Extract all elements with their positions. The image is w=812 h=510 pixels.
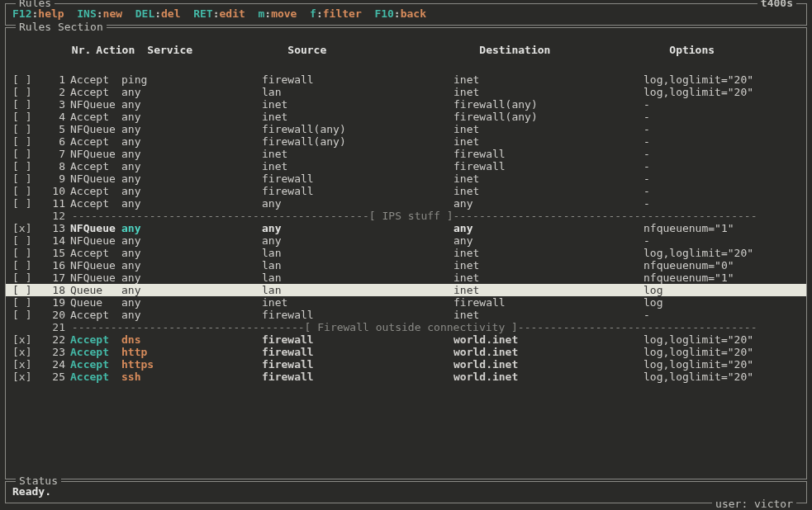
menu-key-move[interactable]: m <box>258 7 264 20</box>
row-destination: inet <box>453 247 643 259</box>
row-number: 11 <box>40 197 65 210</box>
menu-box-label: Rules <box>16 0 55 9</box>
row-checkbox[interactable]: [ ] <box>12 123 40 135</box>
row-service: any <box>121 247 262 259</box>
menu-action-move[interactable]: move <box>271 7 297 20</box>
row-checkbox[interactable]: [x] <box>12 371 40 383</box>
row-checkbox[interactable]: [ ] <box>12 172 40 185</box>
row-options: log,loglimit="20" <box>643 358 753 371</box>
menu-action-back[interactable]: back <box>401 7 426 20</box>
row-options: log,loglimit="20" <box>643 333 753 346</box>
row-checkbox[interactable]: [x] <box>12 358 40 371</box>
table-row[interactable]: [ ]20Acceptanyfirewallinet- <box>12 309 800 321</box>
row-action: Accept <box>65 247 121 259</box>
row-service: any <box>121 259 262 272</box>
row-options: nfqueuenum="1" <box>643 222 734 234</box>
row-checkbox[interactable]: [ ] <box>12 98 40 111</box>
menu-key-del[interactable]: DEL <box>135 7 154 20</box>
row-checkbox[interactable]: [ ] <box>12 259 40 272</box>
row-options: nfqueuenum="1" <box>643 272 734 284</box>
row-source: any <box>262 222 453 234</box>
table-row[interactable]: [x]13NFQueueanyanyanynfqueuenum="1" <box>12 222 800 234</box>
row-checkbox[interactable]: [ ] <box>12 197 40 210</box>
row-destination: inet <box>453 272 643 284</box>
row-checkbox[interactable]: [x] <box>12 333 40 346</box>
table-row[interactable]: [ ]2Acceptanylaninetlog,loglimit="20" <box>12 86 800 98</box>
table-row[interactable]: [ ]3NFQueueanyinetfirewall(any)- <box>12 98 800 111</box>
table-row[interactable]: [ ]4Acceptanyinetfirewall(any)- <box>12 111 800 123</box>
table-row[interactable]: [ ]5NFQueueanyfirewall(any)inet- <box>12 123 800 135</box>
table-row[interactable]: [x]23Accepthttpfirewallworld.inetlog,log… <box>12 346 800 358</box>
row-destination: world.inet <box>453 371 643 383</box>
row-options: - <box>643 160 650 172</box>
row-checkbox[interactable]: [ ] <box>12 272 40 284</box>
table-row[interactable]: [ ]17NFQueueanylaninetnfqueuenum="1" <box>12 272 800 284</box>
menu-key-filter[interactable]: f <box>310 7 316 20</box>
user-label: user: victor <box>712 498 796 510</box>
row-action: Accept <box>65 160 121 172</box>
rules-list[interactable]: [ ]1Acceptpingfirewallinetlog,loglimit="… <box>12 73 800 383</box>
row-number: 13 <box>40 222 65 234</box>
row-checkbox[interactable]: [ ] <box>12 185 40 197</box>
menu-action-edit[interactable]: edit <box>220 7 245 20</box>
row-options: - <box>643 172 650 185</box>
row-action: NFQueue <box>65 148 121 160</box>
row-checkbox[interactable]: [ ] <box>12 160 40 172</box>
row-checkbox[interactable]: [ ] <box>12 247 40 259</box>
row-checkbox[interactable]: [ ] <box>12 296 40 309</box>
menu-action-del[interactable]: del <box>161 7 180 20</box>
table-row[interactable]: [x]22Acceptdnsfirewallworld.inetlog,logl… <box>12 333 800 346</box>
row-number: 15 <box>40 247 65 259</box>
row-checkbox[interactable]: [ ] <box>12 73 40 86</box>
row-destination: firewall(any) <box>453 98 643 111</box>
menu-action-filter[interactable]: filter <box>323 7 362 20</box>
row-service: ping <box>121 73 262 86</box>
row-checkbox[interactable]: [ ] <box>12 148 40 160</box>
row-checkbox[interactable]: [ ] <box>12 111 40 123</box>
row-checkbox[interactable]: [ ] <box>12 234 40 247</box>
row-checkbox[interactable]: [ ] <box>12 284 40 296</box>
row-checkbox[interactable]: [x] <box>12 222 40 234</box>
status-label: Status <box>16 475 61 487</box>
table-row[interactable]: [ ]9NFQueueanyfirewallinet- <box>12 172 800 185</box>
table-row[interactable]: [ ]16NFQueueanylaninetnfqueuenum="0" <box>12 259 800 272</box>
row-checkbox[interactable]: [ ] <box>12 86 40 98</box>
table-row[interactable]: [ ]6Acceptanyfirewall(any)inet- <box>12 135 800 148</box>
table-row[interactable]: [x]25Acceptsshfirewallworld.inetlog,logl… <box>12 371 800 383</box>
table-row[interactable]: [ ]1Acceptpingfirewallinetlog,loglimit="… <box>12 73 800 86</box>
row-source: firewall <box>262 358 453 371</box>
menu-key-edit[interactable]: RET <box>193 7 212 20</box>
table-row[interactable]: [ ]8Acceptanyinetfirewall- <box>12 160 800 172</box>
table-row[interactable]: [ ]11Acceptanyanyany- <box>12 197 800 210</box>
table-row[interactable]: [ ]10Acceptanyfirewallinet- <box>12 185 800 197</box>
menu-action-help[interactable]: help <box>38 7 64 20</box>
row-action: Accept <box>65 86 121 98</box>
table-row[interactable]: [ ]15Acceptanylaninetlog,loglimit="20" <box>12 247 800 259</box>
row-options: log,loglimit="20" <box>643 247 753 259</box>
separator-row: 12 -------------------------------------… <box>12 210 800 222</box>
row-source: firewall <box>262 172 453 185</box>
row-options: - <box>643 148 650 160</box>
table-row[interactable]: [ ]14NFQueueanyanyany- <box>12 234 800 247</box>
row-checkbox[interactable]: [x] <box>12 346 40 358</box>
menu-bar[interactable]: F12:help INS:new DEL:del RET:edit m:move… <box>12 7 800 20</box>
menu-key-back[interactable]: F10 <box>374 7 393 20</box>
row-number: 24 <box>40 358 65 371</box>
row-source: inet <box>262 98 453 111</box>
row-source: lan <box>262 86 453 98</box>
table-row[interactable]: [x]24Accepthttpsfirewallworld.inetlog,lo… <box>12 358 800 371</box>
menu-action-new[interactable]: new <box>103 7 122 20</box>
row-service: any <box>121 111 262 123</box>
table-row[interactable]: [ ]19Queueanyinetfirewalllog <box>12 296 800 309</box>
menu-key-help[interactable]: F12 <box>12 7 31 20</box>
row-checkbox[interactable]: [ ] <box>12 309 40 321</box>
table-row[interactable]: [ ]7NFQueueanyinetfirewall- <box>12 148 800 160</box>
row-checkbox[interactable]: [ ] <box>12 135 40 148</box>
row-destination: firewall <box>453 296 643 309</box>
row-source: inet <box>262 148 453 160</box>
row-destination: firewall(any) <box>453 111 643 123</box>
table-row[interactable]: [ ]18Queueanylaninetlog <box>6 284 806 296</box>
row-source: any <box>262 197 453 210</box>
menu-key-new[interactable]: INS <box>77 7 96 20</box>
column-headers: Nr.ActionServiceSourceDestinationOptions <box>12 31 800 68</box>
